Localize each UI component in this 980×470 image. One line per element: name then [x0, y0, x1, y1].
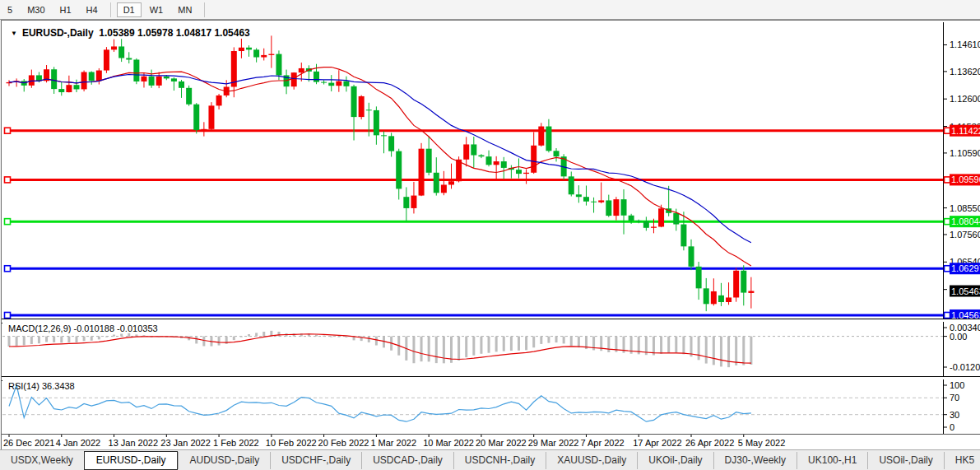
candle-body	[81, 72, 87, 90]
macd-pane[interactable]: MACD(12,26,9) -0.010188 -0.010353	[2, 322, 943, 376]
macd-bar	[75, 337, 77, 342]
price-tick-label: 1.12600	[950, 94, 980, 104]
level-handle[interactable]	[5, 266, 11, 272]
tab-usdchf-daily[interactable]: USDCHF-,Daily	[270, 452, 361, 469]
macd-bar	[233, 337, 235, 341]
macd-axis: 0.0034060.00-0.01205	[943, 322, 980, 376]
candle-body	[156, 77, 162, 86]
macd-bar	[570, 337, 573, 346]
tab-usdx-weekly[interactable]: USDX,Weekly	[0, 452, 84, 469]
level-handle[interactable]	[945, 219, 950, 225]
candle-body	[621, 199, 627, 216]
timeframe-button-h4[interactable]: H4	[80, 2, 105, 17]
candle-body	[201, 129, 207, 130]
candle-body	[441, 184, 447, 193]
macd-bar	[503, 337, 505, 351]
candle-body	[629, 216, 634, 221]
level-handle[interactable]	[945, 177, 950, 183]
macd-bar	[465, 337, 467, 358]
macd-bar	[578, 337, 580, 348]
main-chart-pane[interactable]	[2, 22, 943, 319]
timeframe-button-5[interactable]: 5	[1, 2, 19, 17]
timeframe-button-w1[interactable]: W1	[143, 2, 170, 17]
timeframe-button-m30[interactable]: M30	[21, 2, 51, 17]
candlestick-chart-canvas[interactable]	[2, 22, 943, 319]
candle-body	[239, 48, 244, 51]
level-price-badge-text: 1.06297	[951, 263, 980, 273]
candle-body	[193, 105, 199, 130]
candle-body	[73, 85, 79, 89]
price-tick-label: 1.10590	[950, 148, 980, 158]
candle-body	[673, 213, 679, 225]
chart-ohlc-values: 1.05389 1.05978 1.04817 1.05463	[99, 27, 250, 39]
macd-bar	[607, 337, 610, 352]
rsi-pane[interactable]: RSI(14) 36.3438	[2, 379, 943, 434]
candle-body	[336, 81, 341, 86]
level-handle[interactable]	[5, 312, 11, 318]
date-label: 1 Mar 2022	[370, 438, 416, 448]
tab-ukoil-daily[interactable]: UKOil-,Daily	[637, 452, 713, 469]
macd-bar	[218, 337, 221, 346]
timeframe-button-h1[interactable]: H1	[53, 2, 78, 17]
tab-eurusd-daily[interactable]: EURUSD-,Daily	[84, 451, 179, 470]
timeframe-button-d1[interactable]: D1	[117, 2, 142, 17]
candle-body	[359, 96, 365, 117]
level-handle[interactable]	[945, 128, 950, 133]
date-axis[interactable]: 26 Dec 20214 Jan 202213 Jan 202223 Jan 2…	[2, 434, 980, 451]
macd-bar	[540, 337, 542, 344]
candle-body	[314, 72, 319, 82]
candle-body	[591, 202, 597, 202]
tab-dj30-weekly[interactable]: DJ30-,Weekly	[713, 452, 797, 469]
level-price-badge-text: 1.11422	[951, 126, 980, 136]
macd-bar	[547, 337, 550, 343]
macd-bar	[23, 337, 26, 346]
macd-bar	[555, 337, 558, 343]
macd-bar	[428, 337, 430, 362]
chart-title: ▼EURUSD-,Daily 1.05389 1.05978 1.04817 1…	[11, 27, 250, 39]
candle-body	[516, 170, 522, 174]
tab-usoil-daily[interactable]: USOil-,Daily	[867, 452, 943, 469]
macd-bar	[248, 334, 250, 337]
macd-bar	[113, 335, 115, 337]
candle-body	[366, 109, 372, 110]
candle-body	[471, 144, 476, 155]
chart-dropdown-icon[interactable]: ▼	[11, 30, 17, 37]
tab-usdcnh-daily[interactable]: USDCNH-,Daily	[453, 452, 546, 469]
candle-body	[179, 81, 184, 88]
candle-body	[253, 49, 259, 57]
tab-uk100-h1[interactable]: UK100-,H1	[797, 452, 867, 469]
macd-bar	[277, 332, 280, 337]
candle-body	[186, 88, 192, 105]
chart-window: ▼EURUSD-,Daily 1.05389 1.05978 1.04817 1…	[1, 20, 980, 450]
candle-body	[711, 291, 717, 304]
candle-body	[118, 46, 124, 58]
tab-usdcad-daily[interactable]: USDCAD-,Daily	[361, 452, 453, 469]
timeframe-button-mn[interactable]: MN	[171, 2, 198, 17]
level-handle[interactable]	[5, 128, 11, 133]
rsi-line	[9, 385, 751, 421]
tab-xauusd-daily[interactable]: XAUUSD-,Daily	[546, 452, 637, 469]
price-tick-label: 1.08550	[950, 203, 980, 213]
candle-body	[448, 181, 454, 184]
macd-bar	[705, 337, 708, 364]
level-handle[interactable]	[5, 177, 11, 183]
level-handle[interactable]	[945, 266, 950, 272]
candle-body	[321, 82, 327, 83]
date-label: 5 May 2022	[738, 438, 785, 448]
price-tick-label: 1.07560	[950, 230, 980, 240]
rsi-canvas[interactable]	[2, 379, 943, 434]
price-axis[interactable]: 1.146101.136201.126001.115801.105901.095…	[943, 22, 980, 319]
macd-bar	[443, 337, 445, 364]
macd-bar	[83, 337, 86, 342]
candle-body	[328, 83, 334, 86]
level-handle[interactable]	[5, 219, 11, 225]
candle-body	[133, 59, 139, 81]
candle-body	[704, 288, 709, 304]
candle-body	[299, 68, 304, 72]
candles-layer	[7, 35, 755, 311]
level-handle[interactable]	[945, 312, 950, 318]
tab-hk5[interactable]: HK5	[944, 452, 980, 469]
tab-audusd-daily[interactable]: AUDUSD-,Daily	[178, 452, 270, 469]
candle-body	[478, 156, 484, 157]
macd-bar	[262, 332, 265, 337]
